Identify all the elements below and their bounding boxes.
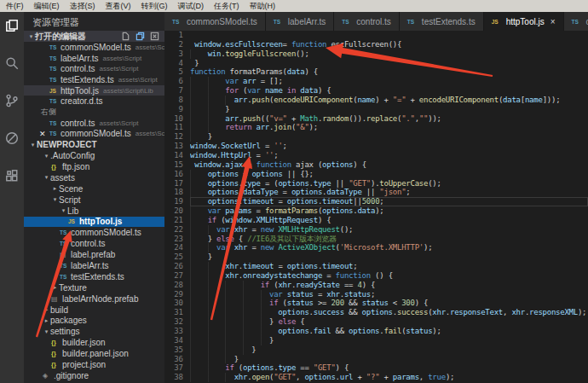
code-line-21[interactable]: 21 if (window.XMLHttpRequest) { [164,216,588,225]
line-number[interactable]: 15 [164,160,190,170]
open-editor-testExtends.ts[interactable]: TStestExtends.tsassets\Script [24,74,164,85]
code-line-38[interactable]: 38 xhr.open("GET", options.url + "?" + p… [164,373,588,382]
save-all-icon[interactable] [135,32,145,41]
tree-item-assets[interactable]: ▾assets [24,172,164,183]
menu-查看(V)[interactable]: 查看(V) [101,0,136,12]
code-line-12[interactable]: 12 } [164,132,588,142]
open-editor-control.ts[interactable]: TScontrol.tsassets\Script [24,63,164,74]
line-number[interactable]: 18 [164,188,190,197]
code-line-7[interactable]: 7 for (var name in data) { [164,86,588,96]
code-line-23[interactable]: 23 } else { //IE6及其以下版本浏览器 [164,235,588,244]
line-number[interactable]: 32 [164,317,190,327]
tree-item-Lib[interactable]: ▾Lib [24,206,164,217]
tab-control.ts[interactable]: TScontrol.ts [334,12,400,31]
line-number[interactable]: 4 [164,59,190,68]
new-file-icon[interactable] [121,32,130,41]
tree-item-control.ts[interactable]: TScontrol.ts [24,238,164,249]
code-line-2[interactable]: 2 window.escFullscreen= function escFull… [164,40,588,49]
line-number[interactable]: 12 [164,132,190,142]
line-number[interactable]: 28 [164,281,190,290]
tab-testExtends.ts[interactable]: TStestExtends.ts [400,12,484,31]
line-number[interactable]: 23 [164,235,190,244]
code-line-6[interactable]: 6 var arr = []; [164,77,588,86]
menu-选择(S)[interactable]: 选择(S) [65,0,101,12]
tree-item-.gitignore[interactable]: ◈.gitignore [24,370,164,381]
tree-item-builder.json[interactable]: {}builder.json [24,337,164,348]
tab-labelArr.ts[interactable]: TSlabelArr.ts [266,12,334,31]
tab-commonSModel.ts[interactable]: TScommonSModel.ts [164,12,266,31]
open-editor-labelArr.ts[interactable]: TSlabelArr.tsassets\Script [24,53,164,64]
tab-httpTool.js[interactable]: JShttpTool.js× [484,12,564,31]
open-editor-httpTool.js[interactable]: JShttpTool.jsassets\Script\Lib [24,85,164,96]
code-line-25[interactable]: 25 } [164,252,588,262]
code-line-14[interactable]: 14window.HttpUrl = ''; [164,151,588,160]
line-number[interactable]: 36 [164,355,190,364]
code-line-8[interactable]: 8 arr.push(encodeURIComponent(name) + "=… [164,96,588,105]
line-number[interactable]: 7 [164,86,190,96]
line-number[interactable]: 31 [164,308,190,317]
close-all-editors-icon[interactable] [150,32,159,41]
tree-item-builder.panel.json[interactable]: {}builder.panel.json [24,348,164,359]
code-line-4[interactable]: 4 } [164,59,588,68]
code-line-16[interactable]: 16 options = options || {}; [164,170,588,179]
line-number[interactable]: 29 [164,290,190,299]
code-line-36[interactable]: 36 } [164,355,588,364]
open-editor-creator.d.ts[interactable]: TScreator.d.ts [24,96,164,107]
code-line-31[interactable]: 31 options.success && options.success(xh… [164,308,588,317]
code-line-15[interactable]: 15 window.ajax = function ajax (options)… [164,160,588,170]
line-number[interactable]: 24 [164,243,190,252]
line-number[interactable]: 5 [164,67,190,77]
menu-编辑(E)[interactable]: 编辑(E) [29,0,65,12]
close-icon[interactable]: ✕ [39,129,46,140]
menu-转到(G)[interactable]: 转到(G) [136,0,173,12]
project-root-header[interactable]: ▾ NEWPROJECT [24,139,164,150]
code-line-27[interactable]: 27 xhr.onreadystatechange = function () … [164,271,588,281]
tab-creator.d.ts[interactable]: TScreator.d.ts [564,12,588,31]
code-line-34[interactable]: 34 } [164,336,588,345]
line-number[interactable]: 17 [164,179,190,189]
code-line-11[interactable]: 11 return arr.join("&"); [164,123,588,132]
code-line-20[interactable]: 20 var params = formatParams(options.dat… [164,206,588,216]
code-line-33[interactable]: 33 options.fail && options.fail(status); [164,327,588,336]
open-editor-control.ts[interactable]: TScontrol.tsassets\Script [24,118,164,129]
code-line-3[interactable]: 3 win.toggleFullscreen(); [164,49,588,59]
tree-item-labelArrNode.prefab[interactable]: ▤labelArrNode.prefab [24,293,164,305]
tree-item-httpTool.js[interactable]: JShttpTool.js [24,217,164,228]
open-editor-commonSModel.ts[interactable]: ✕TScommonSModel.tsassets\Script [24,129,164,140]
line-number[interactable]: 22 [164,225,190,235]
line-number[interactable]: 20 [164,206,190,216]
line-number[interactable]: 1 [164,31,190,40]
menu-件(F)[interactable]: 件(F) [1,0,29,12]
tree-item-label.prefab[interactable]: ▤label.prefab [24,249,164,260]
line-number[interactable]: 33 [164,327,190,336]
search-icon[interactable] [3,55,20,72]
code-line-1[interactable]: 1 [164,31,588,40]
line-number[interactable]: 21 [164,216,190,225]
menu-调试(D)[interactable]: 调试(D) [173,0,210,12]
line-number[interactable]: 3 [164,49,190,59]
tree-item-ftp.json[interactable]: {}ftp.json [24,161,164,172]
line-number[interactable]: 34 [164,336,190,345]
tree-item-Scene[interactable]: ▸Scene [24,183,164,194]
code-line-17[interactable]: 17 options.type = (options.type || "GET"… [164,179,588,189]
tree-item-testExtends.ts[interactable]: TStestExtends.ts [24,271,164,282]
tree-item-Script[interactable]: ▾Script [24,194,164,206]
line-number[interactable]: 10 [164,114,190,124]
extensions-icon[interactable] [3,167,20,184]
code-line-28[interactable]: 28 if (xhr.readyState == 4) { [164,281,588,290]
line-number[interactable]: 26 [164,262,190,271]
close-icon[interactable]: × [551,17,556,26]
open-editor-commonSModel.ts[interactable]: TScommonSModel.tsassets\Script [24,42,164,53]
menu-帮助(H)[interactable]: 帮助(H) [245,0,281,12]
code-line-24[interactable]: 24 var xhr = new ActiveXObject('Microsof… [164,243,588,252]
code-line-19[interactable]: 19 options.timeout = options.timeout||50… [164,197,588,206]
line-number[interactable]: 9 [164,105,190,114]
line-number[interactable]: 19 [164,197,190,206]
code-line-30[interactable]: 30 if (status >= 200 && status < 300) { [164,299,588,308]
line-number[interactable]: 14 [164,151,190,160]
tree-item-packages[interactable]: ▸packages [24,316,164,327]
code-line-32[interactable]: 32 } else { [164,317,588,327]
code-line-26[interactable]: 26 xhr.timeout = options.timeout; [164,262,588,271]
code-line-29[interactable]: 29 var status = xhr.status; [164,290,588,299]
line-number[interactable]: 30 [164,299,190,308]
